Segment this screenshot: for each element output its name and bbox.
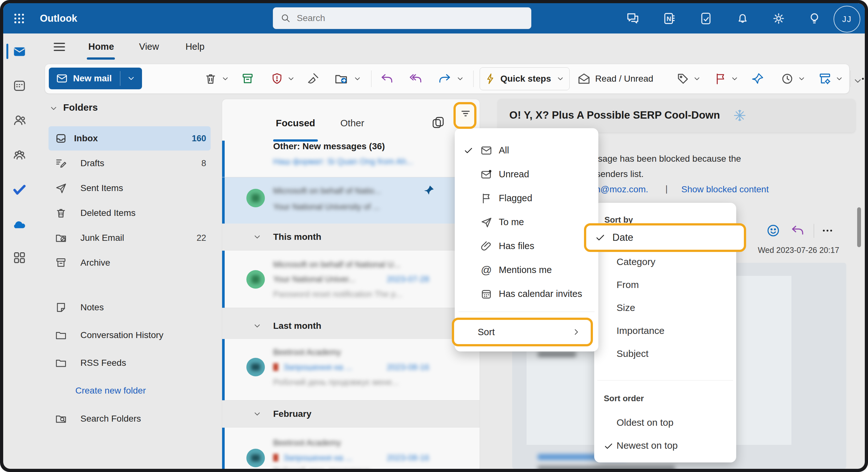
menu-item-flagged[interactable]: Flagged	[455, 186, 598, 210]
folder-deleted-items[interactable]: Deleted Items	[49, 201, 211, 225]
tab-help[interactable]: Help	[181, 41, 209, 52]
tab-focused[interactable]: Focused	[273, 118, 318, 129]
delete-button[interactable]	[204, 64, 217, 94]
menu-item-mentions-me[interactable]: @ Mentions me	[455, 258, 598, 282]
rail-onedrive-icon[interactable]	[11, 217, 27, 233]
folder-count: 22	[196, 233, 206, 243]
notifications-bell-icon[interactable]	[736, 11, 750, 26]
unread-indicator-bar	[222, 141, 225, 177]
folder-rss-feeds[interactable]: RSS Feeds	[49, 351, 211, 375]
menu-item-has-calendar-invites[interactable]: Has calendar invites	[455, 282, 598, 306]
sort-option-from[interactable]: From	[617, 279, 639, 290]
sort-menu-item-highlighted[interactable]: Sort	[452, 318, 593, 346]
forward-button[interactable]	[437, 64, 452, 94]
menu-item-has-files[interactable]: Has files	[455, 234, 598, 258]
sweep-button[interactable]	[306, 64, 319, 94]
move-to-dropdown-chevron-icon[interactable]	[353, 64, 362, 94]
rules-archive-gear-icon[interactable]	[818, 64, 832, 94]
collapse-ribbon-chevron-icon[interactable]	[853, 76, 863, 86]
reply-message-icon[interactable]	[790, 223, 805, 238]
section-chevron-icon	[253, 233, 262, 241]
read-unread-button[interactable]: Read / Unread	[577, 64, 653, 94]
sort-option-subject[interactable]: Subject	[617, 348, 648, 359]
sort-option-category[interactable]: Category	[617, 257, 655, 267]
report-dropdown-chevron-icon[interactable]	[287, 64, 295, 94]
folders-collapse-chevron-icon[interactable]	[49, 104, 58, 113]
rail-apps-icon[interactable]	[12, 250, 27, 265]
banner-preview-blurred[interactable]: Наш формат: Si Quan Ong from Ah...	[273, 157, 413, 166]
reply-all-button[interactable]	[409, 64, 423, 94]
sort-option-importance[interactable]: Importance	[617, 325, 664, 336]
folder-drafts[interactable]: Drafts 8	[49, 151, 211, 175]
filter-icon[interactable]	[460, 108, 471, 119]
filter-button-highlight[interactable]	[454, 102, 476, 129]
forward-dropdown-chevron-icon[interactable]	[456, 64, 464, 94]
banner-title[interactable]: Other: New messages (36)	[273, 141, 385, 151]
tips-lightbulb-icon[interactable]	[807, 11, 822, 26]
section-header-this-month[interactable]: This month	[222, 224, 479, 251]
rail-todo-icon[interactable]	[12, 182, 27, 198]
delete-dropdown-chevron-icon[interactable]	[221, 64, 229, 94]
pin-button[interactable]	[751, 64, 764, 94]
folder-notes[interactable]: Notes	[49, 295, 211, 319]
report-button[interactable]	[270, 64, 284, 94]
quick-steps-button[interactable]: Quick steps	[479, 67, 569, 90]
account-avatar[interactable]: JJ	[834, 6, 860, 33]
menu-item-label: Mentions me	[499, 265, 552, 275]
rules-chevron-icon[interactable]	[835, 64, 843, 94]
folder-junk-email[interactable]: Junk Email 22	[49, 226, 211, 250]
settings-gear-icon[interactable]	[772, 11, 786, 26]
onenote-icon[interactable]: N	[662, 11, 677, 26]
reply-button[interactable]	[380, 64, 394, 94]
snooze-clock-icon[interactable]	[781, 64, 794, 94]
sort-option-date-highlighted[interactable]: Date	[584, 223, 746, 252]
menu-item-to-me[interactable]: To me	[455, 210, 598, 234]
show-blocked-content-link[interactable]: Show blocked content	[681, 184, 769, 195]
rail-mail-icon[interactable]	[12, 44, 27, 60]
app-launcher-waffle-icon[interactable]	[12, 11, 26, 27]
archive-button[interactable]	[241, 64, 254, 94]
new-mail-button[interactable]: New mail	[49, 68, 142, 89]
flag-button[interactable]	[714, 64, 727, 94]
quick-steps-chevron-icon	[556, 75, 564, 83]
rail-people-icon[interactable]	[12, 113, 27, 128]
section-header-last-month[interactable]: Last month	[222, 308, 479, 339]
chat-icon[interactable]	[626, 11, 640, 26]
hamburger-menu-icon[interactable]	[52, 39, 67, 55]
folders-header[interactable]: Folders	[63, 102, 98, 113]
categorize-chevron-icon[interactable]	[693, 64, 701, 94]
menu-item-unread[interactable]: Unread	[455, 162, 598, 186]
folder-archive[interactable]: Archive	[49, 251, 211, 275]
folder-sent-items[interactable]: Sent Items	[49, 176, 211, 200]
reactions-smiley-icon[interactable]	[766, 223, 781, 238]
folder-inbox[interactable]: Inbox 160	[49, 126, 211, 150]
message-more-options-icon[interactable]	[820, 223, 835, 239]
menu-item-all[interactable]: All	[455, 138, 598, 162]
tab-other[interactable]: Other	[333, 118, 371, 129]
tab-view[interactable]: View	[135, 41, 163, 52]
section-header-february[interactable]: February	[222, 401, 479, 428]
sort-option-newest-on-top[interactable]: Newest on top	[617, 440, 678, 451]
search-input[interactable]	[296, 13, 524, 24]
message-subject-blurred: Запрошення на ...	[283, 453, 352, 463]
sort-option-oldest-on-top[interactable]: Oldest on top	[617, 417, 673, 428]
snooze-chevron-icon[interactable]	[798, 64, 806, 94]
reading-pane-scrollbar[interactable]	[857, 207, 861, 247]
sort-option-size[interactable]: Size	[617, 302, 635, 313]
toolbar-divider	[371, 70, 371, 87]
todo-icon[interactable]	[699, 11, 713, 26]
new-mail-dropdown-chevron-icon[interactable]	[127, 74, 135, 83]
categorize-tag-icon[interactable]	[676, 64, 690, 94]
pin-icon[interactable]	[423, 184, 435, 198]
select-messages-icon[interactable]	[431, 116, 445, 129]
folder-conversation-history[interactable]: Conversation History	[49, 323, 211, 347]
create-new-folder-link[interactable]: Create new folder	[49, 378, 211, 403]
tab-home[interactable]: Home	[87, 41, 116, 52]
paperclip-icon	[480, 240, 492, 252]
rail-groups-icon[interactable]	[12, 148, 27, 163]
folder-search-folders[interactable]: Search Folders	[49, 407, 211, 431]
move-to-button[interactable]	[334, 64, 348, 94]
flag-chevron-icon[interactable]	[731, 64, 739, 94]
search-bar[interactable]	[273, 7, 531, 29]
rail-calendar-icon[interactable]	[12, 78, 27, 93]
